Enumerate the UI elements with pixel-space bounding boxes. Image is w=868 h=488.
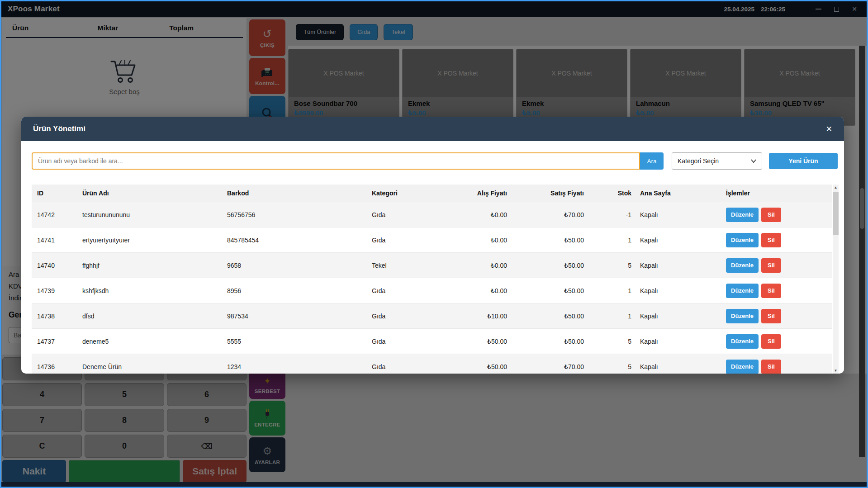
product-table: ID Ürün Adı Barkod Kategori Alış Fiyatı … — [32, 185, 832, 374]
table-scrollbar[interactable]: ▲ ▼ — [833, 185, 839, 374]
cell-id: 14742 — [32, 211, 81, 218]
cell-name: kshfjksdh — [81, 287, 226, 294]
cell-homepage: Kapalı — [633, 237, 719, 244]
cell-stock: 1 — [586, 313, 633, 320]
product-search-input[interactable] — [32, 152, 640, 170]
delete-button[interactable]: Sil — [761, 334, 781, 349]
table-scrollbar-thumb[interactable] — [833, 192, 839, 235]
cell-buy-price: ₺0.00 — [457, 211, 509, 218]
edit-button[interactable]: Düzenle — [726, 258, 759, 273]
cell-buy-price: ₺10.00 — [457, 313, 509, 320]
cell-homepage: Kapalı — [633, 262, 719, 269]
table-row: 14739 kshfjksdh 8956 Gıda ₺0.00 ₺50.00 1… — [32, 278, 832, 303]
cell-homepage: Kapalı — [633, 287, 719, 294]
cell-barcode: 56756756 — [226, 211, 371, 218]
cell-id: 14739 — [32, 287, 81, 294]
chevron-down-icon — [751, 159, 756, 163]
delete-button[interactable]: Sil — [761, 284, 781, 298]
category-select[interactable]: Kategori Seçin — [672, 152, 762, 170]
cell-sell-price: ₺50.00 — [509, 262, 586, 269]
cell-stock: 1 — [586, 287, 633, 294]
edit-button[interactable]: Düzenle — [726, 233, 759, 247]
header-category: Kategori — [371, 190, 457, 197]
new-product-button[interactable]: Yeni Ürün — [769, 153, 838, 169]
cell-category: Gıda — [371, 313, 457, 320]
cell-name: testurununununu — [81, 211, 226, 218]
cell-category: Gıda — [371, 363, 457, 370]
scroll-up-icon[interactable]: ▲ — [833, 185, 839, 190]
cell-buy-price: ₺50.00 — [457, 338, 509, 345]
header-id: ID — [32, 190, 81, 197]
category-select-value: Kategori Seçin — [678, 157, 719, 165]
app-window: XPoos Market 25.04.2025 22:06:25 ✕ Ürün … — [0, 0, 868, 488]
cell-id: 14741 — [32, 237, 81, 244]
table-row: 14741 ertyuıertyuıtyuıer 845785454 Gıda … — [32, 227, 832, 252]
cell-barcode: 845785454 — [226, 237, 371, 244]
cell-sell-price: ₺50.00 — [509, 338, 586, 345]
scroll-down-icon[interactable]: ▼ — [833, 369, 839, 373]
cell-stock: 5 — [586, 338, 633, 345]
table-header-row: ID Ürün Adı Barkod Kategori Alış Fiyatı … — [32, 185, 832, 202]
header-name: Ürün Adı — [81, 190, 226, 197]
cell-name: dfsd — [81, 313, 226, 320]
edit-button[interactable]: Düzenle — [726, 309, 759, 323]
cell-buy-price: ₺0.00 — [457, 287, 509, 294]
cell-barcode: 8956 — [226, 287, 371, 294]
cell-category: Gıda — [371, 237, 457, 244]
table-row: 14740 ffghhjf 9658 Tekel ₺0.00 ₺50.00 5 … — [32, 252, 832, 278]
cell-id: 14738 — [32, 313, 81, 320]
cell-sell-price: ₺70.00 — [509, 363, 586, 370]
cell-homepage: Kapalı — [633, 338, 719, 345]
edit-button[interactable]: Düzenle — [726, 360, 759, 374]
cell-stock: -1 — [586, 211, 633, 218]
table-row: 14738 dfsd 987534 Gıda ₺10.00 ₺50.00 1 K… — [32, 303, 832, 328]
cell-id: 14740 — [32, 262, 81, 269]
cell-category: Gıda — [371, 338, 457, 345]
table-row: 14736 Deneme Ürün 1234 Gıda ₺50.00 ₺70.0… — [32, 354, 832, 374]
cell-category: Gıda — [371, 287, 457, 294]
cell-id: 14736 — [32, 363, 81, 370]
cell-buy-price: ₺0.00 — [457, 237, 509, 244]
cell-barcode: 5555 — [226, 338, 371, 345]
table-row: 14742 testurununununu 56756756 Gıda ₺0.0… — [32, 202, 832, 227]
header-stock: Stok — [586, 190, 633, 197]
cell-sell-price: ₺50.00 — [509, 237, 586, 244]
edit-button[interactable]: Düzenle — [726, 208, 759, 222]
modal-title: Ürün Yönetimi — [33, 124, 85, 133]
table-row: 14737 deneme5 5555 Gıda ₺50.00 ₺50.00 5 … — [32, 328, 832, 354]
header-actions: İşlemler — [719, 190, 832, 197]
cell-homepage: Kapalı — [633, 363, 719, 370]
cell-buy-price: ₺50.00 — [457, 363, 509, 370]
header-homepage: Ana Sayfa — [633, 190, 719, 197]
delete-button[interactable]: Sil — [761, 258, 781, 273]
modal-toolbar: Ara Kategori Seçin Yeni Ürün — [32, 152, 838, 170]
cell-id: 14737 — [32, 338, 81, 345]
cell-homepage: Kapalı — [633, 211, 719, 218]
header-barcode: Barkod — [226, 190, 371, 197]
header-buy-price: Alış Fiyatı — [457, 190, 509, 197]
cell-sell-price: ₺50.00 — [509, 287, 586, 294]
edit-button[interactable]: Düzenle — [726, 334, 759, 349]
delete-button[interactable]: Sil — [761, 360, 781, 374]
cell-name: ffghhjf — [81, 262, 226, 269]
cell-barcode: 987534 — [226, 313, 371, 320]
header-sell-price: Satış Fiyatı — [509, 190, 586, 197]
modal-header: Ürün Yönetimi ✕ — [21, 117, 844, 141]
cell-category: Tekel — [371, 262, 457, 269]
edit-button[interactable]: Düzenle — [726, 284, 759, 298]
cell-sell-price: ₺70.00 — [509, 211, 586, 218]
cell-stock: 1 — [586, 237, 633, 244]
cell-name: deneme5 — [81, 338, 226, 345]
delete-button[interactable]: Sil — [761, 309, 781, 323]
close-icon[interactable]: ✕ — [826, 124, 832, 134]
cell-barcode: 9658 — [226, 262, 371, 269]
delete-button[interactable]: Sil — [761, 233, 781, 247]
cell-barcode: 1234 — [226, 363, 371, 370]
product-management-modal: Ürün Yönetimi ✕ Ara Kategori Seçin Yeni … — [21, 117, 844, 374]
cell-name: Deneme Ürün — [81, 363, 226, 370]
cell-sell-price: ₺50.00 — [509, 313, 586, 320]
search-button[interactable]: Ara — [640, 152, 664, 170]
cell-category: Gıda — [371, 211, 457, 218]
cell-homepage: Kapalı — [633, 313, 719, 320]
delete-button[interactable]: Sil — [761, 208, 781, 222]
